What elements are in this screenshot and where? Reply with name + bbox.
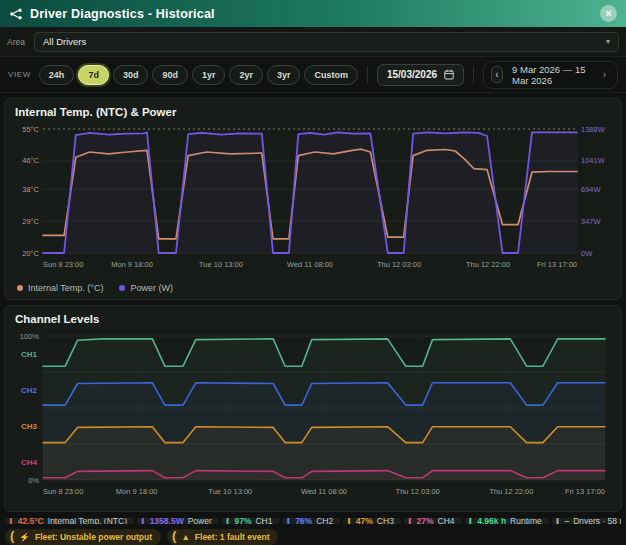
status-bar: (42.5°CInternal Temp. (NTC)(1358.5WPower…	[5, 518, 621, 524]
channel-levels-title: Channel Levels	[15, 313, 613, 325]
status-value: 76%	[295, 518, 312, 524]
svg-text:46°C: 46°C	[22, 156, 39, 165]
svg-text:CH1: CH1	[21, 350, 38, 359]
svg-text:Sun 8 23:00: Sun 8 23:00	[43, 260, 83, 269]
svg-text:Thu 12 03:00: Thu 12 03:00	[377, 260, 421, 269]
svg-text:Thu 12 22:00: Thu 12 22:00	[466, 260, 510, 269]
svg-text:Fri 13 17:00: Fri 13 17:00	[537, 260, 577, 269]
status-chip-ch2: (76%CH2	[282, 518, 340, 524]
window-title: Driver Diagnostics - Historical	[30, 7, 215, 21]
svg-text:38°C: 38°C	[22, 185, 39, 194]
close-button[interactable]: ×	[600, 5, 617, 22]
svg-text:CH3: CH3	[21, 422, 38, 431]
status-label: CH3	[377, 518, 394, 524]
svg-text:CH4: CH4	[21, 458, 38, 467]
status-value: 1358.5W	[150, 518, 184, 524]
area-select[interactable]: All Drivers ▾	[34, 32, 619, 52]
status-chip-power: (1358.5WPower	[137, 518, 219, 524]
legend-dot	[119, 285, 125, 291]
diagnostics-branch-icon	[9, 7, 23, 21]
svg-text:Tue 10 13:00: Tue 10 13:00	[208, 487, 252, 496]
temp-power-title: Internal Temp. (NTC) & Power	[15, 106, 613, 118]
status-label: Drivers · 58 pts	[573, 518, 621, 524]
view-button-3yr[interactable]: 3yr	[267, 65, 301, 85]
chip-bracket: (	[408, 518, 413, 524]
status-value: 97%	[234, 518, 251, 524]
view-button-2yr[interactable]: 2yr	[229, 65, 263, 85]
chip-bracket: (	[10, 531, 14, 541]
lightning-icon: ⚡	[19, 532, 30, 542]
view-button-7d[interactable]: 7d	[78, 65, 109, 85]
view-label: VIEW	[8, 70, 31, 79]
status-chip-runtime: (4.96k hRuntime	[465, 518, 549, 524]
chip-bracket: (	[172, 531, 176, 541]
view-button-24h[interactable]: 24h	[39, 65, 75, 85]
svg-text:347W: 347W	[581, 217, 602, 226]
status-chip-ch3: (47%CH3	[343, 518, 401, 524]
window-header: Driver Diagnostics - Historical ×	[0, 0, 626, 27]
view-button-custom[interactable]: Custom	[304, 65, 358, 85]
svg-text:Tue 10 13:00: Tue 10 13:00	[199, 260, 243, 269]
alerts-bar: (⚡Fleet: Unstable power output(▲Fleet: 1…	[5, 529, 621, 545]
svg-text:Wed 11 08:00: Wed 11 08:00	[301, 487, 347, 496]
svg-text:20°C: 20°C	[22, 249, 39, 258]
date-range-nav: ‹ 9 Mar 2026 — 15 Mar 2026 ›	[483, 61, 618, 89]
date-value: 15/03/2026	[387, 69, 437, 80]
legend-label: Power (W)	[130, 283, 173, 293]
svg-text:1388W: 1388W	[581, 125, 606, 134]
status-label: CH4	[438, 518, 455, 524]
legend-dot	[17, 285, 23, 291]
status-label: CH1	[255, 518, 272, 524]
svg-text:29°C: 29°C	[22, 217, 39, 226]
view-button-90d[interactable]: 90d	[152, 65, 188, 85]
svg-text:Thu 12 22:00: Thu 12 22:00	[489, 487, 533, 496]
area-label: Area	[7, 37, 25, 47]
separator	[367, 66, 368, 84]
channel-levels-chart: Sun 8 23:00Mon 9 18:00Tue 10 13:00Wed 11…	[13, 328, 613, 504]
svg-text:100%: 100%	[20, 332, 40, 341]
chip-bracket: (	[226, 518, 231, 524]
status-chip-ch1: (97%CH1	[222, 518, 280, 524]
chip-bracket: (	[9, 518, 14, 524]
alert-text: Fleet: 1 fault event	[195, 532, 270, 542]
svg-text:694W: 694W	[581, 185, 602, 194]
status-value: 27%	[417, 518, 434, 524]
svg-text:Fri 13 17:00: Fri 13 17:00	[565, 487, 605, 496]
date-input[interactable]: 15/03/2026	[377, 64, 464, 86]
warning-icon: ▲	[181, 532, 189, 542]
chevron-down-icon: ▾	[606, 37, 610, 46]
temp-power-chart: Sun 8 23:00Mon 9 18:00Tue 10 13:00Wed 11…	[13, 121, 613, 279]
chip-bracket: (	[286, 518, 291, 524]
calendar-icon	[444, 69, 454, 80]
chip-bracket: (	[141, 518, 146, 524]
alert-chip-fleet-1-fault-event: (▲Fleet: 1 fault event	[167, 529, 278, 545]
svg-text:0%: 0%	[28, 476, 39, 485]
driver-diagnostics-window: Driver Diagnostics - Historical × Area A…	[0, 0, 626, 545]
status-label: CH2	[316, 518, 333, 524]
view-range-buttons: 24h7d30d90d1yr2yr3yrCustom	[39, 65, 358, 85]
date-range-text: 9 Mar 2026 — 15 Mar 2026	[512, 64, 590, 86]
svg-text:Sun 8 23:00: Sun 8 23:00	[43, 487, 83, 496]
alert-chip-fleet-unstable-power-output: (⚡Fleet: Unstable power output	[5, 529, 161, 545]
view-button-30d[interactable]: 30d	[113, 65, 149, 85]
status-value: –	[564, 518, 569, 524]
chip-bracket: (	[556, 518, 561, 524]
temp-power-legend: Internal Temp. (°C)Power (W)	[17, 283, 613, 293]
area-row: Area All Drivers ▾	[0, 27, 626, 57]
view-button-1yr[interactable]: 1yr	[192, 65, 226, 85]
status-chip-ch4: (27%CH4	[404, 518, 462, 524]
svg-text:1041W: 1041W	[581, 156, 606, 165]
svg-text:Mon 9 18:00: Mon 9 18:00	[111, 260, 153, 269]
svg-text:Thu 12 03:00: Thu 12 03:00	[396, 487, 440, 496]
next-range-button[interactable]: ›	[599, 66, 610, 83]
prev-range-button[interactable]: ‹	[491, 66, 503, 83]
status-label: Power	[188, 518, 212, 524]
status-value: 42.5°C	[18, 518, 44, 524]
svg-text:Mon 9 18:00: Mon 9 18:00	[116, 487, 158, 496]
status-value: 47%	[356, 518, 373, 524]
svg-text:0W: 0W	[581, 249, 593, 258]
status-value: 4.96k h	[477, 518, 506, 524]
alert-text: Fleet: Unstable power output	[35, 532, 152, 542]
channel-levels-panel: Channel Levels Sun 8 23:00Mon 9 18:00Tue…	[4, 305, 622, 512]
svg-text:55°C: 55°C	[22, 125, 39, 134]
